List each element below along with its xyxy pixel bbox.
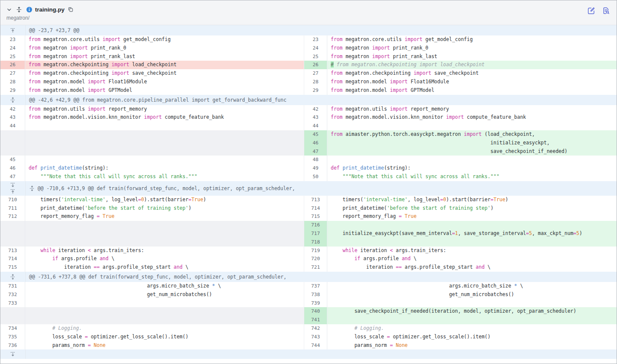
- code-token: print_rank_0: [88, 45, 126, 51]
- code-token: report_memory_flag: [29, 213, 97, 219]
- new-code-cell: get_num_microbatches(): [327, 291, 617, 299]
- expand-down-icon[interactable]: [10, 182, 16, 188]
- diff-row: 715 iteration == args.profile_step_start…: [0, 263, 617, 272]
- expand-up-icon[interactable]: [10, 27, 16, 33]
- expand-up-icon[interactable]: [10, 188, 16, 194]
- old-code-cell: from megatron import print_rank_last: [25, 53, 304, 61]
- new-line-number[interactable]: 47: [304, 147, 327, 156]
- new-line-number[interactable]: 24: [304, 44, 327, 53]
- new-line-number[interactable]: 737: [304, 282, 327, 291]
- old-line-number[interactable]: 29: [0, 86, 25, 95]
- code-token: timers(: [29, 197, 61, 203]
- code-token: 'interval-time': [363, 197, 408, 203]
- old-line-number[interactable]: 711: [0, 204, 25, 213]
- new-line-number[interactable]: 744: [304, 341, 327, 350]
- old-code-cell: from megatron.core.utils import get_mode…: [25, 35, 304, 44]
- diff-row: 42from megatron.utils import report_memo…: [0, 105, 617, 114]
- new-line-number[interactable]: 740: [304, 307, 327, 316]
- old-line-number[interactable]: 714: [0, 255, 25, 263]
- hunk-header-row: @@ -710,6 +713,9 @@ def train(forward_st…: [0, 181, 617, 196]
- diff-row: 46def print_datetime(string):49def print…: [0, 164, 617, 173]
- code-token: from megatron.checkpointing import load_…: [334, 62, 485, 68]
- old-line-number[interactable]: 25: [0, 53, 25, 61]
- new-line-number[interactable]: 714: [304, 204, 327, 213]
- code-token: args.profile_step_start: [100, 264, 173, 270]
- old-line-number[interactable]: 733: [0, 299, 25, 308]
- new-line-number[interactable]: 42: [304, 105, 327, 114]
- old-line-number[interactable]: 47: [0, 173, 25, 181]
- new-code-cell: args.micro_batch_size * \: [327, 282, 617, 291]
- new-line-number[interactable]: 741: [304, 316, 327, 324]
- new-line-number[interactable]: 23: [304, 35, 327, 44]
- hunk-header-text: @@ -23,7 +23,7 @@: [29, 27, 79, 33]
- old-line-number[interactable]: 26: [0, 61, 25, 69]
- new-line-number[interactable]: 49: [304, 164, 327, 173]
- diff-row: 732 get_num_microbatches()738 get_num_mi…: [0, 291, 617, 299]
- new-line-number[interactable]: 48: [304, 156, 327, 164]
- old-line-number[interactable]: 46: [0, 164, 25, 173]
- old-line-number[interactable]: 42: [0, 105, 25, 114]
- old-line-number[interactable]: 713: [0, 247, 25, 255]
- new-line-number[interactable]: 716: [304, 221, 327, 229]
- chevron-down-icon[interactable]: [6, 7, 12, 12]
- diff-row: 47 save_checkpoint_if_needed): [0, 147, 617, 156]
- new-line-number[interactable]: 43: [304, 113, 327, 122]
- old-line-number[interactable]: 712: [0, 212, 25, 221]
- old-line-number[interactable]: 710: [0, 196, 25, 204]
- expand-both-icon[interactable]: [10, 97, 16, 103]
- info-icon[interactable]: [26, 6, 32, 13]
- new-line-number[interactable]: 27: [304, 69, 327, 78]
- new-code-cell: from megatron.utils import report_memory: [327, 105, 617, 114]
- old-line-number[interactable]: 45: [0, 156, 25, 164]
- new-line-number[interactable]: 742: [304, 324, 327, 333]
- old-line-number[interactable]: 44: [0, 122, 25, 130]
- new-line-number[interactable]: 46: [304, 139, 327, 147]
- edit-icon[interactable]: [588, 7, 595, 15]
- code-token: from: [29, 106, 41, 112]
- new-line-number[interactable]: 713: [304, 196, 327, 204]
- new-line-number[interactable]: 25: [304, 53, 327, 61]
- expand-both-icon[interactable]: [29, 185, 35, 191]
- expand-down-icon[interactable]: [10, 351, 16, 357]
- old-line-number[interactable]: 43: [0, 113, 25, 122]
- old-code-cell: if args.profile and \: [25, 255, 304, 263]
- new-line-number[interactable]: 26: [304, 61, 327, 69]
- copy-icon[interactable]: [68, 6, 73, 12]
- new-line-number[interactable]: 715: [304, 212, 327, 221]
- old-line-number[interactable]: 24: [0, 44, 25, 53]
- old-code-cell: [25, 130, 304, 139]
- new-line-number[interactable]: 720: [304, 255, 327, 263]
- old-line-number[interactable]: 734: [0, 324, 25, 333]
- old-code-cell: # Logging.: [25, 324, 304, 333]
- move-icon[interactable]: [16, 6, 22, 13]
- old-line-number[interactable]: 28: [0, 78, 25, 86]
- old-line-number[interactable]: 732: [0, 291, 25, 299]
- new-line-number[interactable]: 721: [304, 263, 327, 272]
- new-line-number[interactable]: 738: [304, 291, 327, 299]
- old-line-number[interactable]: 736: [0, 341, 25, 350]
- code-token: from: [331, 87, 343, 93]
- diff-row: 43from megatron.model.vision.knn_monitor…: [0, 113, 617, 122]
- old-line-number[interactable]: 23: [0, 35, 25, 44]
- old-line-number[interactable]: 715: [0, 263, 25, 272]
- old-line-number[interactable]: 731: [0, 282, 25, 291]
- code-token: import: [372, 45, 390, 51]
- old-line-number[interactable]: 735: [0, 333, 25, 341]
- old-line-number[interactable]: 27: [0, 69, 25, 78]
- file-search-icon[interactable]: [602, 7, 610, 15]
- new-line-number[interactable]: 743: [304, 333, 327, 341]
- new-line-number[interactable]: 29: [304, 86, 327, 95]
- new-line-number[interactable]: 50: [304, 173, 327, 181]
- new-line-number[interactable]: 44: [304, 122, 327, 130]
- expand-both-icon[interactable]: [10, 274, 16, 280]
- new-line-number[interactable]: 719: [304, 247, 327, 255]
- old-code-cell: from megatron.model import GPTModel: [25, 86, 304, 95]
- new-line-number[interactable]: 739: [304, 299, 327, 308]
- new-line-number[interactable]: 45: [304, 130, 327, 139]
- new-line-number[interactable]: 717: [304, 229, 327, 238]
- file-path: megatron/: [6, 15, 611, 21]
- code-token: and: [476, 264, 485, 270]
- new-line-number[interactable]: 718: [304, 238, 327, 247]
- new-line-number[interactable]: 28: [304, 78, 327, 86]
- code-token: if: [354, 255, 360, 261]
